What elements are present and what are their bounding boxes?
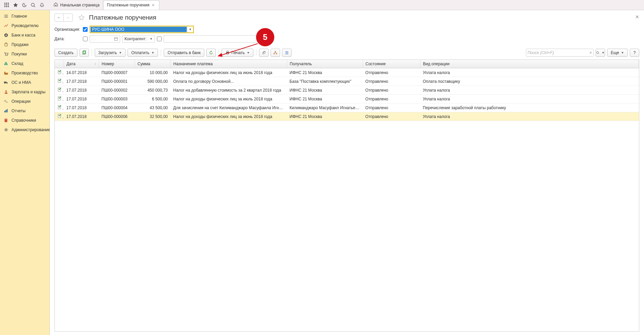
favorite-button[interactable] bbox=[77, 14, 86, 22]
calendar-icon[interactable] bbox=[113, 37, 119, 41]
date-input[interactable]: . . . bbox=[90, 35, 120, 43]
kontragent-checkbox[interactable] bbox=[157, 37, 162, 41]
refresh-button[interactable] bbox=[206, 49, 216, 57]
svg-point-17 bbox=[7, 55, 8, 56]
svg-point-50 bbox=[597, 52, 599, 54]
col-recipient[interactable]: Получатель bbox=[287, 60, 363, 68]
find-button[interactable]: ▼ bbox=[596, 49, 605, 57]
structure-button[interactable] bbox=[271, 49, 280, 57]
star-icon[interactable] bbox=[12, 1, 20, 9]
copy-button[interactable] bbox=[79, 49, 89, 57]
cell-type: Уплата налога bbox=[420, 95, 639, 103]
table-row[interactable]: 17.07.2018ПШ00-00000632 500,00Налог на д… bbox=[55, 112, 639, 121]
load-button[interactable]: Загрузить▼ bbox=[95, 49, 126, 57]
col-icon[interactable] bbox=[55, 60, 64, 68]
dropdown-icon[interactable]: ▼ bbox=[187, 26, 193, 32]
col-amount[interactable]: Сумма bbox=[135, 60, 170, 68]
sidebar-item-salary[interactable]: Зарплата и кадры bbox=[0, 87, 49, 97]
sidebar-item-label: Банк и касса bbox=[12, 33, 36, 38]
home-icon bbox=[53, 2, 58, 8]
svg-rect-38 bbox=[227, 51, 229, 52]
svg-rect-21 bbox=[4, 81, 6, 83]
sidebar-item-label: Производство bbox=[12, 71, 38, 75]
help-button[interactable]: ? bbox=[630, 49, 639, 57]
history-icon[interactable] bbox=[20, 1, 28, 9]
tab-payments[interactable]: Платежные поручения ✕ bbox=[103, 0, 159, 10]
search-input[interactable]: Поиск (Ctrl+F) × bbox=[526, 49, 594, 57]
org-value: РУС-ШИНА ООО bbox=[91, 27, 187, 32]
attachment-button[interactable] bbox=[259, 49, 269, 57]
table-row[interactable]: 14.07.2018ПШ00-00000710 000,00Налог на д… bbox=[55, 68, 639, 77]
table-row[interactable]: 17.07.2018ПШ00-0000036 500,00Налог на до… bbox=[55, 95, 639, 103]
table-row[interactable]: 17.07.2018ПШ00-00000443 500,00Для зачисл… bbox=[55, 103, 639, 112]
top-icons bbox=[1, 1, 47, 9]
list-button[interactable] bbox=[282, 49, 292, 57]
pay-button[interactable]: Оплатить▼ bbox=[128, 49, 158, 57]
dropdown-icon[interactable]: ▼ bbox=[148, 37, 153, 41]
factory-icon bbox=[3, 70, 9, 76]
cell-date: 17.07.2018 bbox=[64, 112, 99, 121]
kontragent-input[interactable]: ▼ bbox=[164, 35, 271, 43]
search-icon[interactable] bbox=[29, 1, 37, 9]
col-purpose[interactable]: Назначение платежа bbox=[170, 60, 287, 68]
print-icon bbox=[225, 50, 230, 55]
divider bbox=[256, 49, 256, 56]
cell-type: Уплата налога bbox=[420, 68, 639, 77]
sidebar-item-admin[interactable]: Администрирование bbox=[0, 125, 49, 135]
clear-icon[interactable]: × bbox=[590, 50, 592, 55]
col-number[interactable]: Номер bbox=[99, 60, 135, 68]
svg-point-22 bbox=[4, 83, 5, 83]
send-bank-button[interactable]: Отправить в банк bbox=[164, 49, 204, 57]
svg-rect-41 bbox=[274, 53, 275, 54]
cell-number: ПШ00-000004 bbox=[99, 103, 135, 112]
date-checkbox[interactable] bbox=[83, 37, 88, 41]
close-page-button[interactable]: ✕ bbox=[635, 14, 639, 20]
svg-rect-5 bbox=[8, 4, 9, 5]
col-state[interactable]: Состояние bbox=[363, 60, 420, 68]
more-button[interactable]: Еще▼ bbox=[607, 49, 628, 57]
search-placeholder: Поиск (Ctrl+F) bbox=[528, 50, 554, 55]
sidebar-item-production[interactable]: Производство bbox=[0, 68, 49, 78]
create-button[interactable]: Создать bbox=[54, 49, 77, 57]
svg-rect-1 bbox=[6, 3, 7, 4]
tab-strip: Начальная страница Платежные поручения ✕ bbox=[50, 0, 159, 10]
sidebar-item-assets[interactable]: ОС и НМА bbox=[0, 78, 49, 87]
sort-desc-icon: ↓ bbox=[94, 62, 96, 65]
sidebar-item-label: Покупки bbox=[12, 52, 27, 56]
sidebar-item-operations[interactable]: ДтКт Операции bbox=[0, 97, 49, 106]
sidebar-item-purchases[interactable]: Покупки bbox=[0, 49, 49, 59]
close-icon[interactable]: ✕ bbox=[152, 3, 156, 7]
svg-point-16 bbox=[5, 55, 6, 56]
divider bbox=[218, 49, 219, 56]
svg-rect-0 bbox=[4, 3, 5, 4]
sidebar-item-warehouse[interactable]: Склад bbox=[0, 59, 49, 68]
sidebar-item-reports[interactable]: Отчеты bbox=[0, 106, 49, 116]
sidebar-item-sales[interactable]: Продажи bbox=[0, 40, 49, 49]
cell-type: Уплата налога bbox=[420, 86, 639, 95]
bell-icon[interactable] bbox=[38, 1, 46, 9]
forward-button[interactable]: → bbox=[64, 14, 72, 21]
cell-recipient: ИФНС 21 Москва bbox=[287, 68, 363, 77]
table-row[interactable]: 17.07.2018ПШ00-000001590 000,00Оплата по… bbox=[55, 77, 639, 86]
print-button[interactable]: Печать▼ bbox=[222, 49, 253, 57]
col-date[interactable]: Дата↓ bbox=[64, 60, 99, 68]
back-button[interactable]: ← bbox=[55, 14, 64, 21]
sidebar-item-references[interactable]: Справочники bbox=[0, 116, 49, 125]
col-type[interactable]: Вид операции bbox=[420, 60, 639, 68]
org-checkbox[interactable] bbox=[83, 27, 88, 32]
sidebar-item-main[interactable]: Главное bbox=[0, 11, 49, 21]
table-row[interactable]: 17.07.2018ПШ00-000002450 000,73Налог на … bbox=[55, 86, 639, 95]
doc-sent-icon bbox=[58, 105, 62, 110]
svg-rect-40 bbox=[275, 51, 276, 52]
sidebar-item-bank[interactable]: ₽ Банк и касса bbox=[0, 30, 49, 40]
tab-home[interactable]: Начальная страница bbox=[50, 0, 103, 10]
book-icon bbox=[3, 118, 9, 123]
org-input[interactable]: РУС-ШИНА ООО ▼ bbox=[90, 26, 194, 33]
payments-table: Дата↓ Номер Сумма Назначение платежа Пол… bbox=[55, 60, 639, 121]
cell-date: 17.07.2018 bbox=[64, 77, 99, 86]
svg-rect-29 bbox=[7, 109, 8, 113]
kontragent-label-box[interactable]: Контрагент: ▼ bbox=[122, 35, 155, 43]
sidebar-item-manager[interactable]: Руководителю bbox=[0, 21, 49, 30]
page-title: Платежные поручения bbox=[89, 14, 156, 21]
apps-icon[interactable] bbox=[3, 1, 11, 9]
